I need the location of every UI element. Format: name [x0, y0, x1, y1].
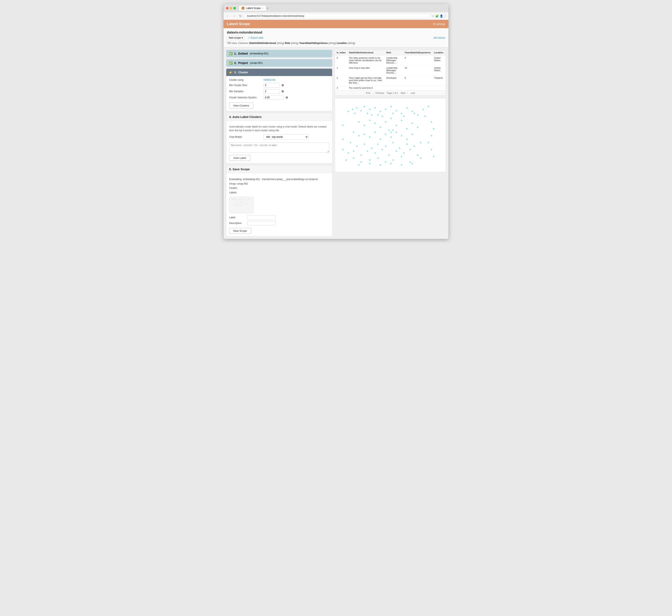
table-next-btn[interactable]: Next →	[401, 92, 408, 94]
menu-icon[interactable]: ⋮	[444, 14, 447, 18]
scatter-dot	[401, 135, 402, 136]
table-prev-btn[interactable]: ← Previous	[373, 92, 384, 94]
export-data-link[interactable]: ↗ Export data	[248, 36, 263, 39]
table-scroll-area[interactable]: ls_index DataVizNotUnderstood Role Years…	[335, 50, 446, 90]
scatter-dot	[399, 148, 400, 149]
minimize-traffic-light[interactable]	[230, 7, 232, 9]
label-field-input[interactable]	[247, 215, 276, 220]
table-page-info: Page 1 of 1	[387, 92, 398, 94]
scatter-dot	[348, 152, 349, 154]
cell-years: 4	[403, 55, 432, 65]
scatter-dot	[396, 110, 397, 111]
refresh-button[interactable]: ↻	[238, 14, 243, 18]
min-cluster-size-row: Min Cluster Size: ⚙	[229, 83, 329, 87]
min-cluster-size-label: Min Cluster Size:	[229, 84, 262, 87]
cell-years	[403, 85, 432, 91]
description-field-input[interactable]	[247, 221, 276, 225]
min-samples-input[interactable]	[263, 89, 280, 94]
preview-dot	[236, 199, 237, 199]
new-tab-button[interactable]: +	[267, 6, 269, 10]
preview-dot	[233, 199, 233, 199]
scatter-dot	[412, 163, 413, 164]
traffic-lights	[226, 7, 236, 9]
scatter-dot	[342, 149, 344, 150]
profile-icon[interactable]: 👤	[440, 14, 443, 18]
preview-dot	[243, 199, 243, 200]
cell-text: How long it may take	[347, 65, 385, 75]
scatter-dot	[392, 159, 394, 161]
embedding-info-value: embedding-001 - transformers-jinaai___ji…	[243, 178, 318, 181]
scatter-dot	[433, 156, 434, 157]
table-first-btn[interactable]: First	[366, 92, 370, 94]
hdbscan-link[interactable]: HDBSCAN	[263, 78, 276, 81]
min-cluster-size-input[interactable]	[263, 83, 280, 87]
scatter-dot	[390, 106, 392, 107]
preview-dot	[235, 203, 236, 203]
scatter-dot	[369, 159, 370, 161]
app-header: Latent Scope ⚙ settings	[224, 20, 448, 28]
table-last-btn[interactable]: Last	[411, 92, 415, 94]
scatter-dot	[401, 156, 402, 157]
cell-years: 25	[403, 65, 432, 75]
new-scope-dropdown[interactable]: New scope ▾	[227, 36, 245, 40]
scatter-dot	[396, 132, 397, 133]
scatter-dot	[371, 148, 372, 149]
settings-button[interactable]: ⚙ settings	[433, 22, 445, 26]
umap-info: Umap: umap-001	[229, 182, 329, 186]
embedding-info-label: Embedding:	[229, 178, 242, 181]
back-button[interactable]: ←	[225, 14, 230, 18]
scatter-dot	[422, 109, 424, 110]
step-embed-header[interactable]: ✅ 1. Embed (embedding-001)	[226, 50, 332, 57]
cluster-info: Cluster:	[229, 186, 329, 190]
cell-index: 2	[335, 75, 347, 85]
scatter-dot	[431, 149, 432, 150]
active-tab[interactable]: L Latent Scope ×	[239, 6, 266, 11]
embed-check-icon: ✅	[229, 52, 233, 55]
step-cluster-header[interactable]: 👉 3. Cluster	[226, 69, 332, 76]
scatter-dot	[417, 114, 418, 115]
dropdown-chevron-icon: ▾	[242, 36, 243, 39]
preview-dot	[241, 205, 242, 206]
dataset-meta: 765 rows. Columns: DataVizNotUnderstood …	[227, 42, 445, 45]
scatter-dot	[367, 150, 368, 152]
scatter-dot	[412, 134, 413, 135]
scatter-dot	[364, 125, 365, 126]
scatter-dot	[353, 150, 354, 152]
cluster-number: 3.	[234, 71, 237, 74]
scatter-dot	[361, 161, 362, 163]
context-textarea[interactable]	[229, 142, 329, 153]
preview-dot	[248, 200, 248, 201]
close-traffic-light[interactable]	[226, 7, 228, 9]
cell-location: United States	[432, 65, 446, 75]
algorithm-row: Cluster using HDBSCAN	[229, 78, 329, 81]
job-history-link[interactable]: Job history	[433, 36, 445, 39]
epsilon-help-icon: ⚙	[286, 96, 288, 99]
step-project-header[interactable]: ✅ 2. Project (umap-001)	[226, 59, 332, 67]
project-title: Project	[238, 61, 248, 65]
step-cluster-content: Cluster using HDBSCAN Min Cluster Size: …	[226, 76, 332, 111]
maximize-traffic-light[interactable]	[233, 7, 236, 9]
forward-button[interactable]: →	[232, 14, 237, 18]
column-years: YearsDataVizExperience	[299, 42, 328, 45]
chat-model-select[interactable]: nltk - top-words gpt-4 llama	[263, 134, 308, 140]
auto-label-button[interactable]: Auto Label	[229, 155, 250, 161]
table-row: 0 The data upstream needs to be clean be…	[335, 55, 446, 65]
preview-dot	[233, 200, 234, 200]
preview-dot	[240, 199, 241, 199]
preview-dot	[240, 205, 241, 205]
tab-close-btn[interactable]: ×	[262, 7, 263, 9]
epsilon-input[interactable]	[263, 95, 284, 100]
address-bar[interactable]: localhost:5174/datasets/datavis-notunder…	[244, 13, 430, 18]
extension-icon[interactable]: 🧩	[435, 14, 439, 18]
main-layout: ✅ 1. Embed (embedding-001) ✅ 2. Project …	[224, 47, 448, 239]
cell-years: 6	[403, 75, 432, 85]
new-scope-button[interactable]: New Scope	[229, 228, 251, 234]
table-body: 0 The data upstream needs to be clean be…	[335, 55, 446, 91]
new-clusters-button[interactable]: New Clusters	[229, 103, 253, 109]
bookmark-icon[interactable]: ☆	[432, 14, 435, 18]
preview-dot	[244, 202, 244, 202]
labels-info-label: Labels:	[229, 191, 237, 194]
scatter-dot	[428, 106, 429, 107]
scatter-dot	[396, 150, 397, 152]
cell-index: 1	[335, 65, 347, 75]
